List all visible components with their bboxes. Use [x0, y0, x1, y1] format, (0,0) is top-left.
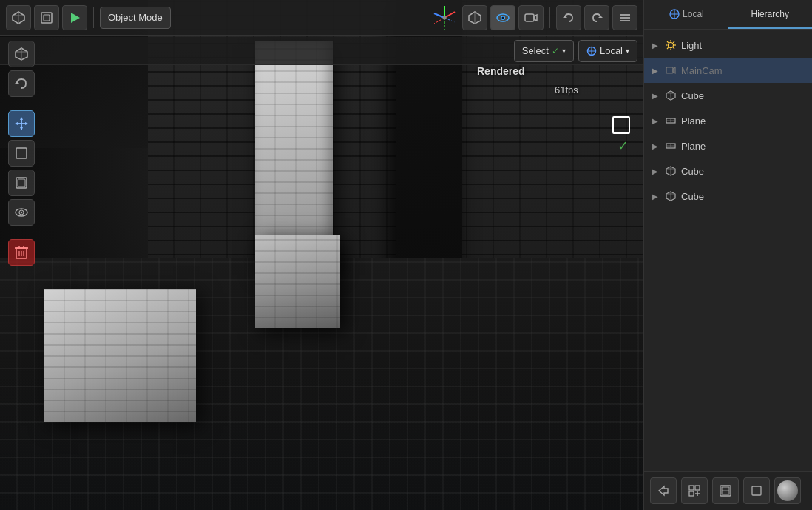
select-dropdown[interactable]: Select ✓ ▾ [514, 40, 574, 62]
svg-marker-64 [673, 67, 675, 73]
play-btn[interactable] [62, 5, 87, 30]
object-mode-button[interactable]: Object Mode [100, 7, 171, 29]
light-icon [666, 40, 676, 50]
local-icon [586, 46, 597, 56]
cube-logo-icon [11, 10, 26, 25]
eye-left-icon [14, 205, 29, 220]
hierarchy-arrow-cube3: ▶ [650, 191, 660, 201]
left-tool-delete[interactable] [8, 239, 35, 266]
hierarchy-label-maincam: MainCam [681, 65, 723, 76]
mesh-view-btn[interactable] [462, 5, 487, 30]
scene-chair-seat [255, 235, 340, 328]
undo-btn[interactable] [556, 5, 581, 30]
layers-nav-icon [719, 484, 732, 497]
hierarchy-item-cube2[interactable]: ▶ Cube [644, 158, 812, 184]
svg-line-61 [673, 41, 674, 43]
svg-rect-63 [666, 67, 673, 73]
hierarchy-tab-label: Hierarchy [751, 9, 789, 19]
fps-label: 61fps [555, 84, 578, 95]
layer-btn[interactable] [34, 5, 59, 30]
nav-box-btn[interactable] [743, 477, 770, 504]
svg-rect-38 [16, 148, 27, 158]
svg-marker-20 [563, 16, 567, 18]
local-dropdown[interactable]: Local ▾ [578, 40, 637, 62]
hierarchy-item-plane1[interactable]: ▶ Plane [644, 108, 812, 133]
crosshair-icon [14, 116, 29, 131]
hierarchy-icon-light [665, 39, 677, 51]
bottom-nav [644, 471, 812, 510]
hierarchy-item-maincam[interactable]: ▶ MainCam [644, 58, 812, 83]
top-toolbar: Object Mode [0, 0, 643, 36]
left-tool-mesh[interactable] [8, 41, 35, 67]
hierarchy-item-light[interactable]: ▶ Light [644, 33, 812, 58]
left-tool-eye[interactable] [8, 199, 35, 226]
plane-hier-icon-1 [666, 115, 676, 126]
viewport-3d[interactable]: Rendered 61fps ✓ Ob [0, 0, 643, 510]
hierarchy-icon-plane2 [665, 140, 677, 152]
hierarchy-arrow-cube2: ▶ [650, 166, 660, 176]
svg-marker-36 [15, 122, 18, 125]
arrow-left-icon [657, 484, 670, 497]
toolbar-sep-1 [93, 7, 94, 28]
render-view-btn[interactable] [490, 5, 515, 30]
hierarchy-list: ▶ Light ▶ [644, 30, 812, 471]
svg-line-62 [667, 47, 669, 49]
grid-add-icon [688, 484, 701, 497]
box-left-icon [14, 146, 29, 161]
undo-icon [562, 11, 575, 24]
cube-hier-icon-3 [666, 191, 676, 201]
hierarchy-item-cube3[interactable]: ▶ Cube [644, 184, 812, 209]
hierarchy-icon-cube2 [665, 165, 677, 177]
viewport-header: Select ✓ ▾ Local ▾ [0, 37, 643, 65]
nav-grid-add-btn[interactable] [681, 477, 708, 504]
svg-marker-31 [15, 81, 19, 84]
layers-left-icon [14, 175, 29, 190]
hierarchy-item-plane2[interactable]: ▶ Plane [644, 133, 812, 158]
play-icon [68, 11, 81, 24]
camera-icon [524, 10, 538, 25]
nav-arrow-btn[interactable] [650, 477, 677, 504]
hierarchy-item-cube1[interactable]: ▶ Cube [644, 83, 812, 108]
hierarchy-icon-plane1 [665, 115, 677, 127]
hierarchy-label-cube1: Cube [681, 90, 704, 101]
svg-point-54 [669, 43, 674, 48]
toolbar-sep-3 [549, 7, 550, 28]
layer-icon [39, 10, 54, 25]
svg-rect-3 [41, 13, 52, 23]
left-tool-move[interactable] [8, 110, 35, 137]
left-tool-box[interactable] [8, 140, 35, 167]
axis-gizmo [430, 3, 459, 33]
box-nav-icon [750, 484, 763, 497]
left-tool-rotate[interactable] [8, 70, 35, 97]
hierarchy-arrow-light: ▶ [650, 40, 660, 50]
cube-hier-icon-1 [666, 90, 676, 101]
svg-rect-81 [689, 486, 694, 490]
right-panel: Local Hierarchy ▶ [643, 0, 812, 510]
nav-sphere-btn[interactable] [774, 477, 801, 504]
camera-view-btn[interactable] [518, 5, 544, 30]
local-chevron-icon: ▾ [626, 47, 629, 55]
app-logo-btn[interactable] [6, 5, 31, 30]
scene-cube-left [44, 289, 196, 422]
hamburger-icon [618, 11, 632, 24]
left-toolbar [3, 41, 40, 266]
left-tool-layers[interactable] [8, 170, 35, 196]
checkmark-icon: ✓ [618, 138, 629, 154]
svg-line-59 [667, 41, 669, 43]
hierarchy-icon-maincam [665, 64, 677, 76]
panel-header: Local Hierarchy [644, 0, 812, 30]
hierarchy-label-plane2: Plane [681, 141, 706, 152]
camera-hier-icon [666, 65, 676, 76]
menu-btn[interactable] [612, 5, 637, 30]
svg-marker-34 [20, 117, 23, 120]
svg-marker-37 [25, 122, 28, 125]
nav-layers-btn[interactable] [712, 477, 739, 504]
tab-hierarchy[interactable]: Hierarchy [728, 0, 813, 29]
plane-hier-icon-2 [666, 141, 676, 151]
svg-point-43 [21, 212, 22, 213]
tab-local[interactable]: Local [644, 0, 728, 29]
redo-btn[interactable] [584, 5, 609, 30]
hierarchy-label-light: Light [681, 40, 702, 51]
hierarchy-icon-cube3 [665, 190, 677, 202]
hierarchy-label-cube2: Cube [681, 166, 704, 177]
